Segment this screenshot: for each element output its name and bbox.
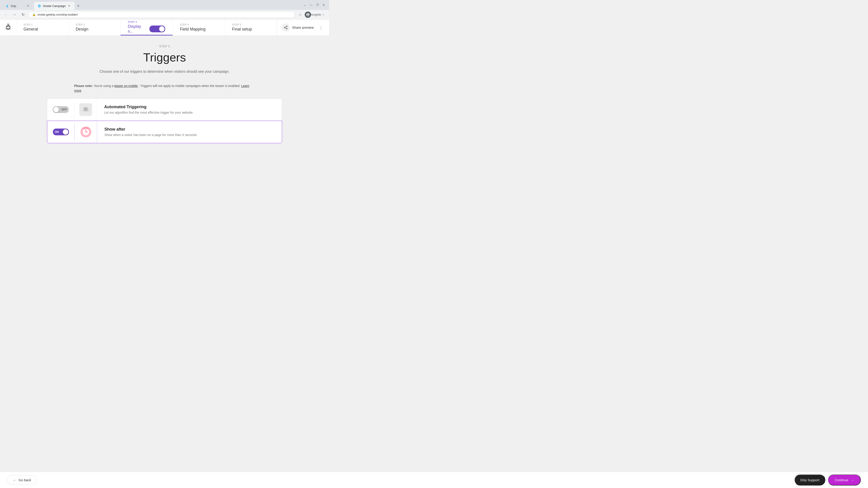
show-after-trigger-desc: Show when a visitor has been on a page f…: [104, 133, 274, 137]
step-4-name: Field Mapping: [180, 27, 217, 32]
show-after-icon-area: [74, 121, 97, 143]
app-header: STEP 1 General STEP 2 Design STEP 3 Disp…: [0, 20, 329, 36]
step-5-name: Final setup: [232, 27, 270, 32]
refresh-button[interactable]: ↻: [20, 11, 26, 18]
url-bar[interactable]: 🔒 onsite.getdrip.com/drip-builder/: [29, 11, 295, 18]
step-2-label: STEP 2: [76, 23, 113, 26]
tab-drip[interactable]: 💧 Drip ✕: [2, 2, 33, 10]
tab-onsite[interactable]: 🌐 Onsite Campaign ✕: [34, 2, 74, 10]
show-after-trigger-title: Show after: [104, 127, 274, 132]
step-3-label: STEP 3: [128, 21, 165, 23]
window-controls: ⌄ — ❐ ✕: [302, 2, 327, 8]
show-after-card[interactable]: ON: [47, 121, 282, 143]
step-1-name: General: [24, 27, 61, 32]
show-after-trigger-info: Show after Show when a visitor has been …: [97, 122, 282, 142]
trigger-cards: OFF Automated Triggering Let our algorit…: [47, 98, 282, 143]
automated-trigger-title: Automated Triggering: [104, 105, 275, 109]
url-text: onsite.getdrip.com/drip-builder/: [37, 13, 78, 16]
toggle-thumb: [159, 26, 164, 32]
step-2-design[interactable]: STEP 2 Design: [68, 20, 121, 35]
show-after-icon: [80, 126, 92, 138]
svg-point-13: [85, 109, 86, 110]
bookmark-button[interactable]: ☆: [297, 11, 303, 18]
svg-point-4: [7, 26, 8, 27]
show-after-toggle-thumb: [63, 129, 68, 135]
onsite-favicon: 🌐: [37, 4, 41, 8]
automated-toggle-thumb: [53, 107, 59, 112]
maximize-button[interactable]: ❐: [315, 2, 320, 8]
share-icon: [282, 24, 290, 32]
address-bar: ← → ↻ 🔒 onsite.getdrip.com/drip-builder/…: [0, 10, 329, 19]
incognito-text: Incognito: [310, 13, 321, 16]
tab-onsite-close[interactable]: ✕: [67, 4, 71, 8]
teaser-on-mobile-link[interactable]: teaser on mobile: [114, 84, 138, 88]
more-options-button[interactable]: ⋮: [320, 11, 327, 18]
svg-rect-12: [84, 107, 88, 109]
close-button[interactable]: ✕: [321, 2, 327, 8]
svg-line-9: [285, 28, 286, 29]
page-description: Choose one of our triggers to determine …: [99, 69, 229, 74]
drip-logo: [4, 23, 13, 32]
automated-toggle[interactable]: OFF: [53, 106, 69, 113]
svg-point-8: [286, 28, 287, 29]
tab-drip-close[interactable]: ✕: [26, 4, 30, 8]
automated-trigger-info: Automated Triggering Let our algorithm f…: [97, 99, 282, 120]
svg-point-6: [286, 26, 287, 27]
step3-toggle[interactable]: [149, 26, 165, 32]
svg-point-7: [284, 27, 285, 28]
note-text-before: You're using a: [94, 84, 114, 88]
add-tab-button[interactable]: +: [75, 3, 81, 9]
step-3-display[interactable]: STEP 3 Display s...: [121, 20, 173, 35]
step-4-field-mapping[interactable]: STEP 4 Field Mapping: [173, 20, 225, 35]
lock-icon: 🔒: [32, 13, 36, 16]
show-after-toggle-label: ON: [55, 130, 59, 133]
drip-favicon: 💧: [5, 4, 9, 8]
browser-actions: ☆ Incognito ⋮: [297, 11, 327, 18]
step-indicator: STEP 3: [159, 45, 170, 48]
show-after-toggle[interactable]: ON: [53, 129, 69, 135]
tab-bar: 💧 Drip ✕ 🌐 Onsite Campaign ✕ + ⌄ — ❐ ✕: [0, 0, 329, 10]
step-navigation: STEP 1 General STEP 2 Design STEP 3 Disp…: [16, 20, 277, 35]
automated-trigger-icon: [79, 103, 92, 116]
step-5-final-setup[interactable]: STEP 5 Final setup: [225, 20, 277, 35]
tab-strip-down-icon[interactable]: ⌄: [302, 2, 307, 8]
minimize-button[interactable]: —: [308, 2, 314, 8]
note-bar: Please note: You're using a teaser on mo…: [74, 84, 255, 93]
share-preview-button[interactable]: Share preview: [282, 24, 314, 32]
svg-point-19: [86, 131, 86, 132]
automated-toggle-area: OFF: [47, 101, 74, 119]
main-content: STEP 3 Triggers Choose one of our trigge…: [0, 36, 329, 166]
automated-trigger-desc: Let our algorithm find the most effectiv…: [104, 111, 275, 114]
step-1-label: STEP 1: [24, 23, 61, 26]
more-options-header-button[interactable]: ⋮: [317, 24, 324, 31]
svg-point-5: [8, 26, 9, 27]
page-title: Triggers: [143, 51, 186, 64]
back-button[interactable]: ←: [3, 11, 9, 18]
note-text-after: . Triggers will not apply to mobile camp…: [138, 84, 241, 88]
tab-onsite-label: Onsite Campaign: [43, 4, 66, 8]
browser-chrome: 💧 Drip ✕ 🌐 Onsite Campaign ✕ + ⌄ — ❐ ✕ ←…: [0, 0, 329, 20]
step-1-general[interactable]: STEP 1 General: [16, 20, 68, 35]
logo-area: [0, 20, 16, 35]
step-3-name: Display s...: [128, 24, 147, 34]
extensions-button[interactable]: Incognito: [312, 11, 319, 18]
forward-button[interactable]: →: [11, 11, 18, 18]
show-after-toggle-area: ON: [48, 123, 74, 141]
automated-toggle-label: OFF: [61, 108, 67, 111]
tab-drip-label: Drip: [11, 4, 16, 8]
step-2-name: Design: [76, 27, 113, 32]
svg-line-10: [285, 26, 286, 27]
header-actions: Share preview ⋮: [277, 20, 329, 35]
automated-triggering-card[interactable]: OFF Automated Triggering Let our algorit…: [47, 98, 282, 121]
step-4-label: STEP 4: [180, 23, 217, 26]
note-prefix: Please note:: [74, 84, 93, 88]
automated-icon-area: [74, 99, 97, 121]
step-5-label: STEP 5: [232, 23, 270, 26]
share-preview-label: Share preview: [292, 26, 314, 29]
